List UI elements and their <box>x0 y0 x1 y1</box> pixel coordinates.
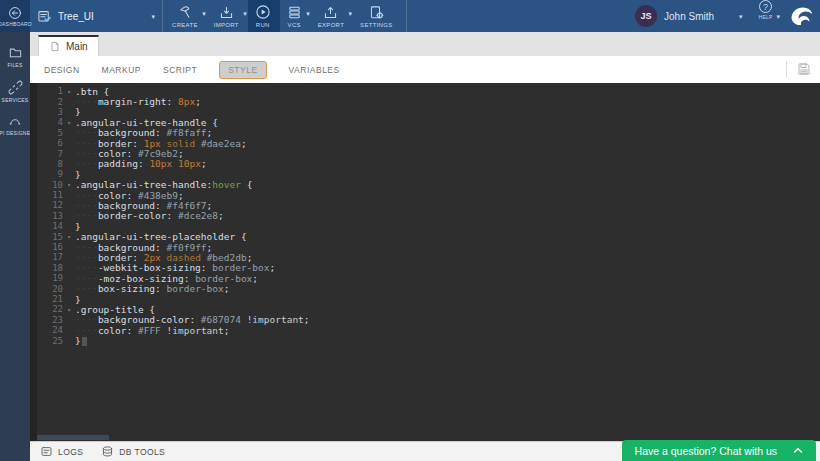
create-button[interactable]: CREATE▾ <box>165 0 207 32</box>
code-line[interactable]: 4▾.angular-ui-tree-handle { <box>30 117 820 127</box>
code-line[interactable]: 13····border-color: #dce2e8; <box>30 211 820 221</box>
code-line[interactable]: 22▾.group-title { <box>30 304 820 314</box>
project-icon <box>37 9 52 24</box>
tab-design[interactable]: DESIGN <box>44 65 80 75</box>
code-text: ····background-color: #687074 !important… <box>75 314 310 325</box>
chevron-down-icon: ▾ <box>243 10 247 17</box>
code-line[interactable]: 25} <box>30 335 820 345</box>
line-number: 6 <box>30 138 63 148</box>
code-line[interactable]: 24····color: #FFF !important; <box>30 325 820 335</box>
code-line[interactable]: 9} <box>30 169 820 179</box>
db-tools-button[interactable]: DB TOOLS <box>101 445 165 458</box>
line-number: 9 <box>30 169 63 179</box>
dashboard-label: DASHBOARD <box>0 21 32 27</box>
tab-main-label: Main <box>66 41 88 52</box>
code-line[interactable]: 10▾.angular-ui-tree-handle:hover { <box>30 180 820 190</box>
line-number: 16 <box>30 242 63 252</box>
text-cursor <box>82 337 87 346</box>
project-selector[interactable]: Tree_UI ▾ <box>30 0 163 32</box>
code-text: } <box>75 335 87 346</box>
code-line[interactable]: 6····border: 1px solid #dae2ea; <box>30 138 820 148</box>
code-line[interactable]: 14} <box>30 221 820 231</box>
tab-main[interactable]: Main <box>38 35 99 56</box>
code-line[interactable]: 5····background: #f8faff; <box>30 128 820 138</box>
code-text: .angular-ui-tree-handle { <box>75 117 218 128</box>
code-line[interactable]: 18····-webkit-box-sizing: border-box; <box>30 263 820 273</box>
code-line[interactable]: 15▾.angular-ui-tree-placeholder { <box>30 231 820 241</box>
line-number: 10 <box>30 180 63 190</box>
chevron-down-icon: ▾ <box>151 13 155 20</box>
toolbar-action-label: SETTINGS <box>360 22 392 28</box>
hammer-icon <box>177 5 192 20</box>
code-text: ····color: #438eb9; <box>75 190 184 201</box>
dashboard-button[interactable]: DASHBOARD <box>0 0 30 32</box>
code-line[interactable]: 20····box-sizing: border-box; <box>30 283 820 293</box>
main-area: Main DESIGNMARKUPSCRIPTSTYLEVARIABLES 1▾… <box>30 32 820 461</box>
chevron-down-icon[interactable]: ▾ <box>776 13 780 20</box>
code-line[interactable]: 2····margin-right: 8px; <box>30 96 820 106</box>
fold-toggle-icon[interactable]: ▾ <box>63 119 75 126</box>
logs-button[interactable]: LOGS <box>40 445 83 458</box>
code-line[interactable]: 17····border: 2px dashed #bed2db; <box>30 252 820 262</box>
code-line[interactable]: 11····color: #438eb9; <box>30 190 820 200</box>
horizontal-scrollbar-thumb[interactable] <box>37 435 109 440</box>
code-line[interactable]: 21} <box>30 294 820 304</box>
db-tools-label: DB TOOLS <box>119 447 165 457</box>
code-line[interactable]: 3} <box>30 107 820 117</box>
project-name: Tree_UI <box>58 11 94 22</box>
line-number: 14 <box>30 221 63 231</box>
line-number: 23 <box>30 315 63 325</box>
code-text: ····background: #f8faff; <box>75 127 212 138</box>
import-button[interactable]: IMPORT▾ <box>207 0 248 32</box>
sidebar-item-api-designer[interactable]: API DESIGNER <box>0 114 30 137</box>
line-number: 11 <box>30 190 63 200</box>
tab-variables[interactable]: VARIABLES <box>289 65 340 75</box>
divider <box>786 61 787 77</box>
chat-widget[interactable]: Have a question? Chat with us <box>622 440 816 461</box>
sidebar-item-files[interactable]: FILES <box>0 45 30 69</box>
tab-markup[interactable]: MARKUP <box>102 65 141 75</box>
code-text: } <box>75 294 81 305</box>
tab-style[interactable]: STYLE <box>219 61 266 79</box>
help-button[interactable]: ? HELP <box>759 0 773 32</box>
left-sidebar: FILESSERVICESAPI DESIGNER <box>0 32 30 461</box>
code-text: ····border: 1px solid #dae2ea; <box>75 138 247 149</box>
code-text: ····background: #f0f9ff; <box>75 242 212 253</box>
app-window: DASHBOARD Tree_UI ▾ CREATE▾IMPORT▾RUNVCS… <box>0 0 820 461</box>
dashboard-icon <box>8 6 22 20</box>
export-icon <box>323 5 338 20</box>
chevron-up-icon <box>793 447 803 454</box>
tab-script[interactable]: SCRIPT <box>163 65 197 75</box>
database-icon <box>101 445 114 458</box>
chevron-down-icon: ▾ <box>349 10 353 17</box>
vcs-button[interactable]: VCS▾ <box>280 0 311 32</box>
fold-toggle-icon[interactable]: ▾ <box>63 233 75 240</box>
code-line[interactable]: 12····background: #f4f6f7; <box>30 200 820 210</box>
code-text: ····background: #f4f6f7; <box>75 200 212 211</box>
sidebar-item-services[interactable]: SERVICES <box>0 80 30 104</box>
topbar: DASHBOARD Tree_UI ▾ CREATE▾IMPORT▾RUNVCS… <box>0 0 820 32</box>
fold-toggle-icon[interactable]: ▾ <box>63 181 75 188</box>
settings-icon <box>369 5 384 20</box>
code-line[interactable]: 23····background-color: #687074 !importa… <box>30 315 820 325</box>
code-line[interactable]: 1▾.btn { <box>30 86 820 96</box>
save-icon[interactable] <box>796 61 812 77</box>
settings-button[interactable]: SETTINGS <box>353 0 401 32</box>
code-line[interactable]: 7····color: #7c9eb2; <box>30 148 820 158</box>
code-text: ····box-sizing: border-box; <box>75 283 229 294</box>
code-line[interactable]: 19····-moz-box-sizing: border-box; <box>30 273 820 283</box>
code-line[interactable]: 8····padding: 10px 10px; <box>30 159 820 169</box>
chevron-down-icon: ▾ <box>306 10 310 17</box>
fold-toggle-icon[interactable]: ▾ <box>63 88 75 95</box>
line-number: 8 <box>30 159 63 169</box>
run-button[interactable]: RUN <box>248 0 280 32</box>
fold-toggle-icon[interactable]: ▾ <box>63 306 75 313</box>
toolbar-action-label: RUN <box>256 22 270 28</box>
code-editor[interactable]: 1▾.btn {2····margin-right: 8px;3}4▾.angu… <box>30 83 820 441</box>
line-number: 1 <box>30 86 63 96</box>
code-line[interactable]: 16····background: #f0f9ff; <box>30 242 820 252</box>
user-menu[interactable]: JS John Smith ▾ <box>635 0 743 32</box>
tab-strip: Main <box>30 32 820 56</box>
chevron-down-icon: ▾ <box>202 10 206 17</box>
export-button[interactable]: EXPORT▾ <box>311 0 353 32</box>
